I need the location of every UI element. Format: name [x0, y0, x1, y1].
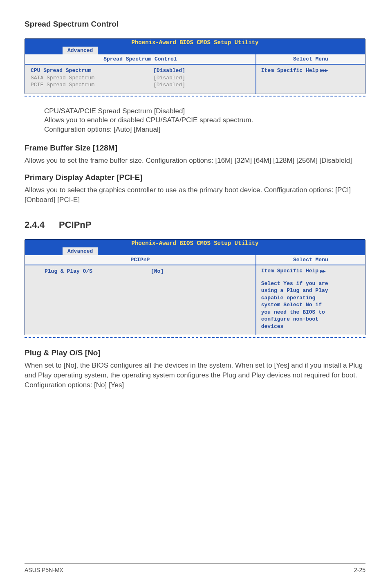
heading-pcipnp-section: 2.4.4PCIPnP — [25, 220, 365, 230]
bios-row-sata-spread: SATA Spread Spectrum [Disabled] — [31, 74, 250, 82]
bios-title: Phoenix-Award BIOS CMOS Setup Utility — [25, 39, 365, 46]
bios-row-value: [Disabled] — [153, 67, 250, 74]
bios-body-right: Item Specific Help ▶▶ Select Yes if you … — [256, 265, 365, 335]
bios-row-value: [Disabled] — [153, 74, 250, 82]
bios-help-label: Item Specific Help — [261, 268, 318, 274]
section-number: 2.4.4 — [25, 220, 59, 230]
bios-help-line: devices — [261, 323, 362, 330]
footer-right: 2-25 — [354, 567, 365, 573]
heading-frame-buffer: Frame Buffer Size [128M] — [25, 144, 365, 153]
explain-title: CPU/SATA/PCIE Spread Spectrum [Disabled] — [44, 107, 365, 115]
heading-spread-spectrum-control: Spread Spectrum Control — [25, 20, 365, 29]
bios-subheader-right: Select Menu — [256, 255, 365, 265]
bios-title: Phoenix-Award BIOS CMOS Setup Utility — [25, 240, 365, 247]
explain-line2: Configuration options: [Auto] [Manual] — [44, 125, 365, 135]
bios-row-pcie-spread: PCIE Spread Spectrum [Disabled] — [31, 81, 250, 89]
bios-row-value: [Disabled] — [153, 81, 250, 89]
explain-line1: Allows you to enable or disabled CPU/SAT… — [44, 115, 365, 125]
bios-box-spread-spectrum: Phoenix-Award BIOS CMOS Setup Utility . … — [25, 38, 365, 94]
page-footer: ASUS P5N-MX 2-25 — [25, 563, 365, 573]
bios-help-line: system Select No if — [261, 301, 362, 309]
body-plug-play: When set to [No], the BIOS configures al… — [25, 361, 365, 390]
bios-subheader: Spread Spectrum Control Select Menu — [25, 54, 365, 65]
bios-help-text: Select Yes if you are using a Plug and P… — [261, 280, 362, 330]
spread-spectrum-explain: CPU/SATA/PCIE Spread Spectrum [Disabled]… — [44, 107, 365, 135]
bios-body-right: Item Specific Help ▶▶▶ — [256, 65, 365, 94]
bios-help-line: you need the BIOS to — [261, 309, 362, 316]
bios-dashed-divider — [25, 96, 365, 97]
bios-body-left: CPU Spread Spectrum [Disabled] SATA Spre… — [25, 65, 256, 94]
bios-help-label: Item Specific Help — [261, 67, 318, 74]
footer-left: ASUS P5N-MX — [25, 567, 63, 573]
bios-tab-spacer: . — [25, 249, 63, 255]
bios-row-plug-play: Plug & Play O/S [No] — [45, 268, 250, 275]
bios-body-left: Plug & Play O/S [No] — [25, 265, 256, 335]
bios-body: CPU Spread Spectrum [Disabled] SATA Spre… — [25, 65, 365, 94]
body-primary-display: Allows you to select the graphics contro… — [25, 185, 365, 205]
bios-help-line: configure non-boot — [261, 316, 362, 323]
bios-help-header: Item Specific Help ▶▶▶ — [261, 67, 362, 74]
bios-tab-row: . Advanced — [25, 46, 365, 54]
bios-row-cpu-spread: CPU Spread Spectrum [Disabled] — [31, 67, 250, 74]
bios-box-pcipnp: Phoenix-Award BIOS CMOS Setup Utility . … — [25, 239, 365, 336]
bios-subheader: PCIPnP Select Menu — [25, 255, 365, 265]
bios-tab-spacer: . — [25, 48, 63, 54]
bios-help-line: Select Yes if you are — [261, 280, 362, 287]
body-frame-buffer: Allows you to set the frame buffer size.… — [25, 156, 365, 166]
section-title: PCIPnP — [59, 220, 91, 230]
bios-tab-row: . Advanced — [25, 247, 365, 255]
bios-row-label: PCIE Spread Spectrum — [31, 81, 153, 89]
bios-help-header: Item Specific Help ▶▶ — [261, 268, 362, 274]
bios-help-line: capable operating — [261, 294, 362, 302]
double-arrow-icon: ▶▶ — [320, 268, 325, 274]
heading-primary-display: Primary Display Adapter [PCI-E] — [25, 173, 365, 182]
bios-body: Plug & Play O/S [No] Item Specific Help … — [25, 265, 365, 335]
bios-row-label: SATA Spread Spectrum — [31, 74, 153, 82]
bios-help-line: using a Plug and Play — [261, 287, 362, 294]
bios-row-value: [No] — [151, 268, 250, 275]
heading-plug-play: Plug & Play O/S [No] — [25, 348, 365, 357]
bios-row-label: Plug & Play O/S — [45, 268, 151, 275]
triple-arrow-icon: ▶▶▶ — [320, 67, 327, 74]
bios-subheader-left: PCIPnP — [25, 255, 256, 265]
bios-subheader-right: Select Menu — [256, 54, 365, 64]
bios-tab-advanced: Advanced — [63, 47, 98, 54]
bios-tab-advanced: Advanced — [63, 247, 98, 255]
bios-subheader-left: Spread Spectrum Control — [25, 54, 256, 64]
bios-row-label: CPU Spread Spectrum — [31, 67, 153, 74]
